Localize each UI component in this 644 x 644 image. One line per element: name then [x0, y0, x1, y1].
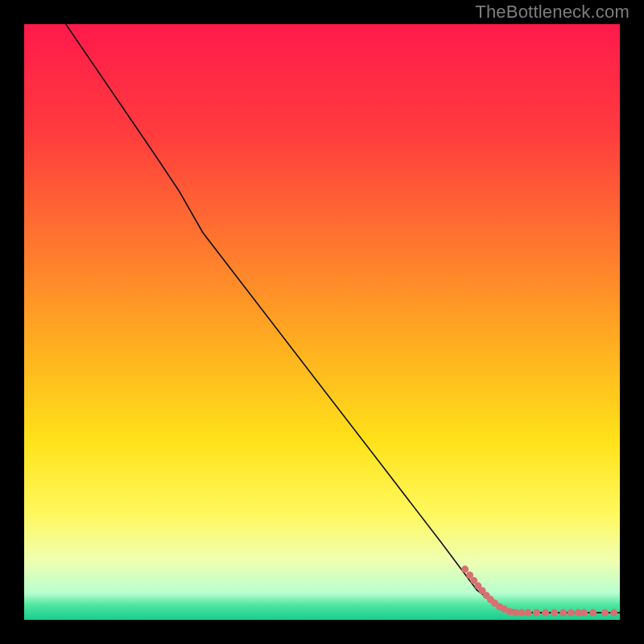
data-dot — [542, 609, 549, 617]
data-dot — [610, 609, 617, 617]
data-dot — [601, 609, 609, 617]
data-dot — [551, 609, 558, 617]
data-dot — [518, 609, 525, 617]
data-dot — [559, 609, 567, 617]
data-dot — [525, 609, 532, 617]
data-dot — [580, 609, 588, 617]
chart-frame: TheBottleneck.com — [0, 0, 644, 644]
plot-area — [24, 24, 620, 620]
data-dot — [533, 609, 540, 617]
data-dot — [506, 608, 514, 615]
data-dot — [589, 609, 597, 617]
data-dot — [568, 609, 575, 617]
chart-background — [24, 24, 620, 620]
watermark-text: TheBottleneck.com — [475, 2, 630, 23]
data-dot — [461, 566, 469, 573]
chart-svg — [24, 24, 620, 620]
